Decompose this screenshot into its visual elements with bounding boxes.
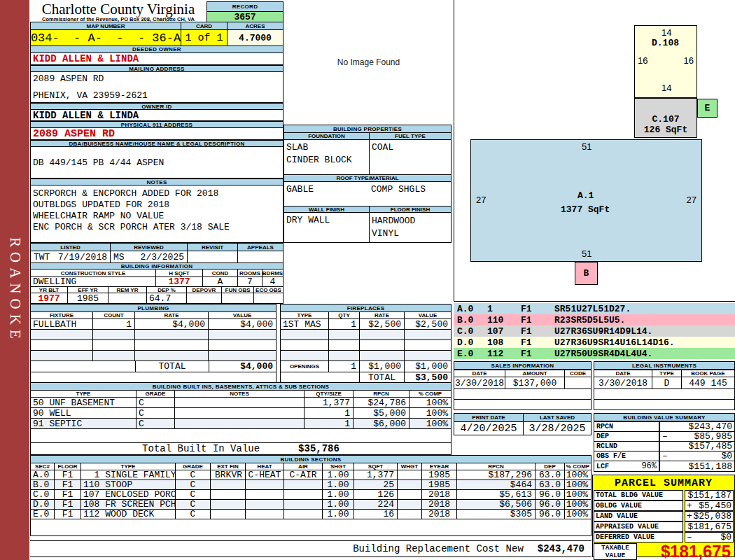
roof-type: GABLE [286,184,314,195]
sketch-legend: A.0 1 F1 SR51U27L51D27. B.0 110 F1 R23SR… [454,303,735,359]
legend-floor: F1 [521,337,554,348]
sketch-a-label: A.1 [578,190,594,201]
sketch-section-b: B [575,262,598,285]
bi-type: 50 UNF BASEMENT [31,398,136,407]
bi-notes-header: NOTES [174,391,304,397]
yrblt-value: 1977 [31,293,67,303]
property-record-card: ROANOKE Charlotte County Virginia Commis… [0,0,735,560]
plumbing-total-row: TOTAL $4,000 [31,360,276,372]
parcel-value: $5,450 [699,500,732,511]
bvs-row: RCLND $157,485 [594,441,734,451]
deeded-owner-value: KIDD ALLEN & LINDA [30,53,284,65]
section-row: D.0 F1 108 FR SCREEN PCH C 1.00 224 2018… [31,499,591,509]
bvs-row: OBS F/E – $0 [594,451,734,461]
bvs-row: LCF 96% $151,188 [594,461,734,471]
sales-title: SALES INFORMATION [454,362,591,370]
count-header: COUNT [92,312,134,318]
sketch-c-label: C.107 [652,114,679,125]
floor-header: FLOOR [54,463,80,470]
openings-rate: $1,000 [359,361,404,372]
fp-rate-header: RATE [359,312,404,318]
dim-d-left: 16 [638,55,648,66]
legal-type-header: TYPE [652,370,681,377]
hsqft-label: H SQFT [155,270,202,276]
sketch-section-c: C.107 126 SqFt [634,98,697,138]
bvs-rclnd-label: RCLND [594,442,659,451]
foundation-value: SLAB CINDER BLOCK [284,140,369,174]
parcel-row: LAND VALUE + $25,038 [594,511,734,522]
builtins-total-row: Total Built In Value $35,786 [31,442,451,454]
type-header: TYPE [80,463,175,470]
sqft: 16 [354,510,397,519]
reviewed-by: MS [113,252,125,262]
legend-path: U27R36SU9R14D9L14. [554,326,652,337]
map-card-acres-table: MAP NUMBER CARD ACRES 034- - A- - - 36-A… [30,22,284,46]
last-saved-value: 3/28/2025 [523,422,591,435]
comp: 100% [564,500,591,509]
builtin-row: 91 SEPTIC C 1 $6,000 100% [31,418,451,428]
bi-grade-header: GRADE [136,391,174,397]
review-table: LISTED REVIEWED REVISIT APPEALS TWT 7/19… [30,243,284,263]
sidebar: ROANOKE [0,0,29,560]
comp: 100% [564,480,591,489]
heat-header: HEAT [245,463,284,470]
parcel-row: TOTAL BLDG VALUE $151,187 [594,490,734,500]
note-line: SCRPORCH & ENCPORCH ADDED FOR 2018 [33,188,283,200]
map-number-value: 034- - A- - - 36-A [31,30,181,46]
rate-value: $4,000 [134,319,208,329]
bvs-lcf-pct: 96% [641,461,657,471]
physical-address-label: PHYSICAL 911 ADDRESS [30,121,284,128]
value-header: VALUE [208,312,276,318]
legend-code: 110 [487,315,521,326]
record-box: RECORD 3657 [206,1,284,23]
bdrms-label: BDRMS [262,270,283,276]
sketch-area: 14 D.108 16 16 14 C.107 126 SqFt E 51 27… [454,0,735,302]
taxable-value-row: TAXABLE VALUE $181,675 [594,543,734,560]
eyear: 2018 [421,510,456,519]
legend-floor: F1 [521,315,554,326]
sketch-c-sqft: 126 SqFt [644,125,687,135]
hsqft-value: 1377 [155,277,202,286]
grade: C [175,470,210,479]
dim-d-top: 14 [662,27,671,38]
sales-table: SALES INFORMATION DATE AMOUNT CODE 3/30/… [454,361,592,410]
bdrms-value: 4 [262,277,283,286]
mailing-line2: PHENIX, VA 23959-2621 [33,90,283,101]
legend-path: U27R50U9SR4D4L4U4. [554,349,652,359]
listed-date: 7/19/2018 [58,252,107,262]
image-panel: No Image Found [284,0,454,125]
legend-code: 1 [487,304,521,314]
bi-qty: 1,377 [304,398,353,407]
bi-rpcn: $6,000 [353,419,409,428]
shgt: 1.00 [322,500,354,509]
floor: F1 [54,510,80,519]
funobs-label: FUN OBS [221,287,253,293]
rooms-value: 7 [237,277,262,286]
bvs-title: BUILDING VALUE SUMMARY [594,414,734,421]
sqft: 224 [354,500,397,509]
sketch-d-label: D.108 [652,38,679,48]
bvs-lcf-label: LCF [596,463,609,470]
bvs-lcf-label-cell: LCF 96% [594,461,659,471]
reviewed-date: 2/3/2025 [141,252,184,262]
bvs-lcf-cell: $151,188 [659,461,734,471]
air-header: AIR [284,463,322,470]
bi-comp-header: % COMP [409,391,451,397]
rpcn: $305 [456,510,535,519]
taxable-value: $181,675 [637,543,734,560]
builtins-total-value: $35,786 [298,443,340,454]
dep: 96.0 [535,490,564,499]
mailing-address-block: 2089 ASPEN RD PHENIX, VA 23959-2621 [30,72,284,103]
plumbing-table: PLUMBING FIXTURE COUNT RATE VALUE FULLBA… [30,304,276,383]
comp: 100% [564,490,591,499]
print-date-value: 4/20/2025 [454,422,523,435]
card-label: CARD [181,22,227,29]
foundation-line2: CINDER BLOCK [286,154,352,167]
section-row: C.0 F1 107 ENCLOSED PORCH C 1.00 126 201… [31,489,591,499]
bi-qty-header: QTY/SIZE [304,391,353,397]
depovr-value [186,293,221,303]
parcel-label: OBLDG VALUE [594,500,683,511]
bvs-dep-cell: – $85,985 [659,432,734,441]
listed-label: LISTED [31,244,110,251]
bi-type: 90 WELL [31,408,136,418]
